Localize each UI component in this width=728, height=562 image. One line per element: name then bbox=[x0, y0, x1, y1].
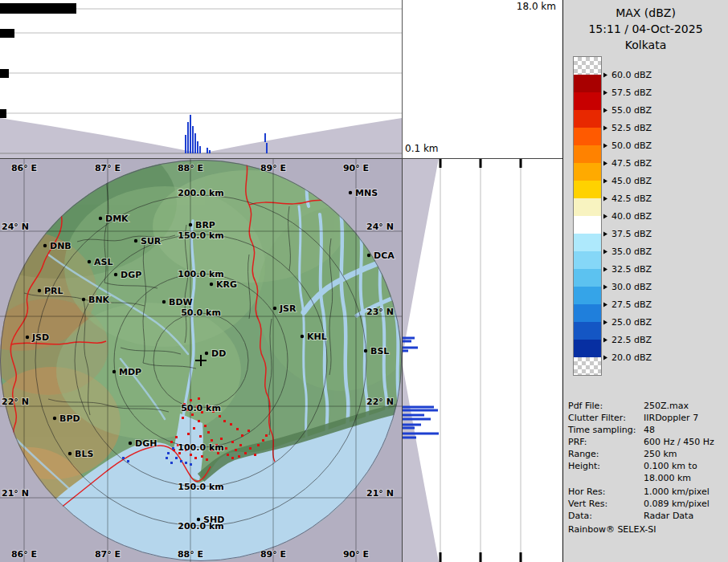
top-profile-panel bbox=[0, 0, 402, 158]
station-label: KRG bbox=[216, 279, 237, 290]
legend-tick-icon bbox=[603, 196, 607, 201]
legend-label: 22.5 dBZ bbox=[603, 335, 652, 345]
station-label: BDW bbox=[169, 297, 193, 307]
metadata-row: 18.000 km bbox=[568, 472, 726, 484]
echo-pixel bbox=[175, 457, 178, 459]
longitude-label: 89° E bbox=[260, 163, 286, 173]
echo-pixel bbox=[241, 434, 243, 437]
echo-pixel bbox=[194, 457, 197, 459]
metadata-row: Height:0.100 km to bbox=[568, 460, 726, 472]
echo-pixel bbox=[262, 439, 264, 442]
station-dot bbox=[26, 336, 29, 339]
longitude-label: 90° E bbox=[343, 163, 369, 173]
legend-color-cell bbox=[574, 181, 601, 198]
echo-pixel bbox=[198, 397, 200, 400]
station-dot bbox=[273, 307, 276, 310]
legend-label: 40.0 dBZ bbox=[603, 211, 652, 222]
legend-tick-icon bbox=[603, 214, 607, 218]
station-dot bbox=[82, 298, 85, 301]
legend-color-cell bbox=[574, 163, 601, 181]
metadata-table-2: Hor Res:1.000 km/pixelVert Res:0.089 km/… bbox=[568, 486, 726, 522]
station-label: DD bbox=[211, 348, 226, 359]
station-label: DGH bbox=[135, 438, 157, 449]
station-dot bbox=[134, 239, 137, 242]
station-label: MDP bbox=[119, 367, 141, 377]
echo-pixel bbox=[219, 415, 221, 417]
station-dot bbox=[349, 191, 352, 194]
echo-pixel bbox=[227, 454, 229, 456]
axis-tick-bar bbox=[0, 29, 14, 38]
metadata-table-1: Pdf File:250Z.maxClutter Filter:IIRDoppl… bbox=[568, 400, 726, 484]
echo-pixel bbox=[180, 460, 182, 462]
height-axis-min-label: 0.1 km bbox=[405, 143, 439, 154]
echo-pixel bbox=[254, 454, 256, 456]
legend-label: 30.0 dBZ bbox=[603, 282, 652, 292]
station-dot bbox=[364, 349, 367, 352]
range-ring-label: 150.0 km bbox=[178, 482, 223, 492]
range-ring-label: 50.0 km bbox=[181, 403, 221, 413]
latitude-label: 22° N bbox=[2, 397, 29, 407]
legend-label: 37.5 dBZ bbox=[603, 229, 652, 239]
station-dot bbox=[68, 452, 72, 455]
axis-tick-bar bbox=[0, 109, 6, 118]
legend-tick-icon bbox=[603, 284, 607, 289]
longitude-label: 86° E bbox=[11, 163, 37, 173]
echo-pixel bbox=[127, 460, 129, 462]
echo-pixel bbox=[122, 457, 125, 459]
station-label: MNS bbox=[355, 188, 378, 198]
metadata-row: Clutter Filter:IIRDoppler 7 bbox=[568, 412, 726, 424]
metadata-row: Data:Radar Data bbox=[568, 510, 726, 522]
echo-pixel bbox=[220, 438, 223, 440]
longitude-label: 87° E bbox=[95, 163, 121, 173]
legend-label: 50.0 dBZ bbox=[603, 140, 652, 151]
station-dot bbox=[301, 335, 304, 338]
legend-label: 52.5 dBZ bbox=[603, 123, 652, 133]
beam-limit-shade-top bbox=[402, 158, 439, 360]
station-dot bbox=[114, 273, 117, 276]
range-ring-label: 150.0 km bbox=[178, 230, 223, 241]
echo-pixel bbox=[198, 420, 200, 422]
echo-pixel bbox=[265, 434, 268, 437]
echo-pixel bbox=[190, 463, 192, 466]
right-profile-canvas bbox=[402, 158, 562, 562]
echo-pixel bbox=[223, 420, 226, 422]
legend-tick-icon bbox=[603, 320, 607, 324]
latitude-label: 21° N bbox=[366, 488, 394, 499]
radar-map-canvas[interactable]: MNSDMKBRPSURDNBDCAASLDGPKRGPRLBNKBDWJSRK… bbox=[0, 158, 402, 562]
legend-color-cell bbox=[574, 128, 601, 145]
axis-tick-bar bbox=[0, 69, 9, 78]
echo-pixel bbox=[166, 457, 168, 459]
legend-label: 45.0 dBZ bbox=[603, 176, 652, 186]
metadata-row: Time sampling:48 bbox=[568, 424, 726, 436]
site-name: Kolkata bbox=[563, 37, 728, 53]
latitude-label: 21° N bbox=[2, 488, 29, 499]
legend-labels: 60.0 dBZ57.5 dBZ55.0 dBZ52.5 dBZ50.0 dBZ… bbox=[603, 57, 726, 377]
station-label: DMK bbox=[105, 214, 129, 224]
legend-cell-out-of-range bbox=[574, 57, 601, 75]
station-label: DCA bbox=[374, 250, 395, 261]
legend-tick-icon bbox=[603, 231, 607, 236]
echo-pixel bbox=[236, 428, 239, 430]
legend-color-cell bbox=[574, 145, 601, 163]
metadata-row: Hor Res:1.000 km/pixel bbox=[568, 486, 726, 498]
legend-cell-out-of-range bbox=[574, 357, 601, 375]
station-dot bbox=[53, 417, 56, 420]
station-label: BLS bbox=[75, 449, 93, 459]
station-dot bbox=[189, 223, 192, 226]
echo-pixel bbox=[204, 425, 207, 427]
station-label: JSD bbox=[31, 332, 49, 343]
echo-pixel bbox=[170, 462, 173, 464]
legend-label: 20.0 dBZ bbox=[603, 352, 652, 363]
station-label: JSR bbox=[279, 303, 297, 314]
legend-tick-icon bbox=[603, 178, 607, 183]
echo-pixel bbox=[190, 454, 192, 456]
legend-color-cell bbox=[574, 75, 601, 92]
legend-color-cell bbox=[574, 198, 601, 216]
echo-pixel bbox=[231, 457, 234, 459]
range-ring-label: 50.0 km bbox=[181, 307, 221, 318]
latitude-label: 24° N bbox=[2, 222, 29, 232]
echo-pixel bbox=[207, 431, 210, 434]
longitude-label: 90° E bbox=[343, 549, 369, 560]
radar-map[interactable]: MNSDMKBRPSURDNBDCAASLDGPKRGPRLBNKBDWJSRK… bbox=[0, 158, 402, 562]
range-ring-label: 200.0 km bbox=[178, 521, 223, 531]
